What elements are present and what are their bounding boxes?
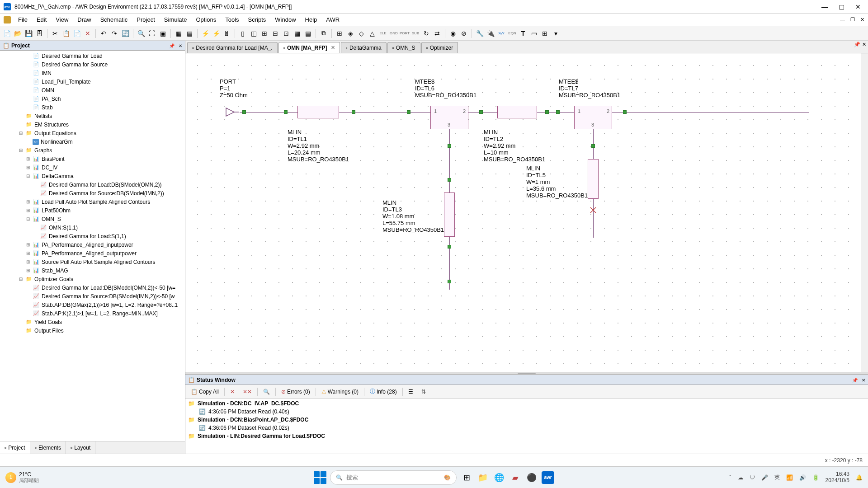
gnd-label[interactable]: GND	[389, 31, 399, 35]
sort-icon[interactable]: ⇅	[419, 387, 429, 396]
tree-item[interactable]: ⊞📊PA_Performance_Aligned_inputpower	[0, 240, 185, 249]
expander-icon[interactable]: ⊟	[25, 216, 31, 221]
refresh-icon[interactable]: 🔄	[120, 28, 130, 38]
expander-icon[interactable]: ⊞	[25, 251, 31, 256]
clear-all-icon[interactable]: ✕✕	[240, 387, 255, 396]
weather-widget[interactable]: 1 21°C 局部晴朗	[5, 472, 39, 483]
expander-icon[interactable]: ⊞	[25, 268, 31, 273]
doc-tab[interactable]: ▫OMN_S	[387, 42, 420, 53]
status-pin-icon[interactable]: 📌	[852, 378, 858, 383]
grid-icon[interactable]: ⊞	[335, 28, 344, 38]
mlin-tl1-text[interactable]: MLINID=TL1W=2.92 mmL=20.24 mmMSUB=RO_RO4…	[288, 129, 349, 163]
list-icon[interactable]: ☰	[406, 387, 416, 396]
mlin-tl3-symbol[interactable]	[444, 192, 455, 237]
port-text[interactable]: PORTP=1Z=50 Ohm	[220, 79, 248, 99]
details-icon[interactable]: 🔍	[260, 387, 273, 396]
node[interactable]	[407, 110, 410, 114]
undo-icon[interactable]: ↶	[99, 28, 108, 38]
expander-icon[interactable]: ⊞	[25, 156, 31, 161]
expander-icon[interactable]: ⊟	[18, 277, 24, 282]
volume-icon[interactable]: 🔊	[799, 474, 806, 481]
copy-icon[interactable]: 📋	[61, 28, 71, 38]
expander-icon[interactable]: ⊟	[18, 131, 24, 136]
search-input[interactable]	[346, 474, 440, 481]
clear-one-icon[interactable]: ✕	[227, 387, 237, 396]
node[interactable]	[352, 110, 355, 114]
sidebar-tab-layout[interactable]: ▫Layout	[66, 441, 95, 454]
paste-icon[interactable]: 📄	[72, 28, 82, 38]
status-log[interactable]: 📁Simulation - DCN:DC_IV.AP_DC.$FDOC🔄4:36…	[185, 399, 868, 454]
taskview-icon[interactable]: ⊞	[460, 471, 473, 484]
expander-icon[interactable]: ⊞	[25, 259, 31, 264]
mlin-tl2-symbol[interactable]	[497, 106, 537, 118]
menu-simulate[interactable]: Simulate	[160, 14, 192, 25]
acrobat-icon[interactable]: ▰	[509, 471, 522, 484]
more-icon[interactable]: ▾	[551, 28, 561, 38]
delete-icon[interactable]: ✕	[83, 28, 93, 38]
tree-item[interactable]: ⊞📊Source Pull Auto Plot Sample Aligned C…	[0, 258, 185, 266]
expander-icon[interactable]: ⊞	[25, 242, 31, 247]
save-icon[interactable]: 💾	[24, 28, 33, 38]
new-icon[interactable]: 📄	[2, 28, 12, 38]
menu-tools[interactable]: Tools	[221, 14, 243, 25]
expander-icon[interactable]: ⊟	[25, 174, 31, 178]
doc-tab[interactable]: ▫Optimizer	[421, 42, 458, 53]
clock[interactable]: 16:43 2024/10/5	[826, 471, 849, 483]
sidebar-tab-project[interactable]: ▫Project	[0, 441, 30, 454]
menu-schematic[interactable]: Schematic	[96, 14, 132, 25]
expander-icon[interactable]: ⊞	[25, 208, 31, 213]
menu-project[interactable]: Project	[132, 14, 159, 25]
obs-icon[interactable]: ⚫	[525, 471, 538, 484]
tree-item[interactable]: ⊟📊OMN_S	[0, 215, 185, 223]
scrollbar[interactable]	[861, 53, 868, 372]
win2-icon[interactable]: ◫	[249, 28, 259, 38]
tree-item[interactable]: 📄Desired Gamma for Source	[0, 60, 185, 69]
zoom-fit-icon[interactable]: ⛶	[147, 28, 157, 38]
mdi-restore[interactable]: ❐	[849, 16, 857, 23]
menu-options[interactable]: Options	[191, 14, 221, 25]
port-symbol[interactable]	[225, 105, 239, 119]
simulate2-icon[interactable]: ⚡	[211, 28, 221, 38]
schematic-canvas[interactable]: 1 2 3 1 2 3	[185, 53, 868, 372]
mlin-tl5-symbol[interactable]	[588, 159, 599, 199]
tree-item[interactable]: ⊟📁Optimizer Goals	[0, 275, 185, 283]
rotate-icon[interactable]: ↻	[421, 28, 431, 38]
project-tree[interactable]: 📄Desired Gamma for Load📄Desired Gamma fo…	[0, 51, 185, 441]
tree-item[interactable]: 📄Stab	[0, 103, 185, 112]
tree-item[interactable]: ⊞📊Load Pull Auto Plot Sample Aligned Con…	[0, 197, 185, 206]
ele-label[interactable]: ELE	[378, 31, 388, 35]
node[interactable]	[448, 245, 451, 249]
win4-icon[interactable]: ⊟	[270, 28, 280, 38]
chrome-icon[interactable]: 🌐	[493, 471, 505, 484]
log-row[interactable]: 🔄4:36:06 PM Dataset Read (0.02s)	[188, 424, 865, 432]
ime-indicator[interactable]: 英	[774, 474, 780, 481]
doc-tab[interactable]: ▫OMN [MA_RFP]✕	[278, 42, 340, 53]
awr-taskbar-icon[interactable]: awr	[542, 471, 554, 484]
start-button[interactable]	[314, 471, 326, 484]
tree-item[interactable]: 📄IMN	[0, 69, 185, 77]
explorer-icon[interactable]: 📁	[476, 471, 489, 484]
tray-chevron-icon[interactable]: ˄	[729, 474, 731, 481]
node[interactable]	[623, 110, 627, 114]
layout-icon[interactable]: ▤	[184, 28, 194, 38]
taskbar-search[interactable]: 🔍 🎨	[330, 470, 457, 485]
battery-icon[interactable]: 🔋	[812, 474, 819, 481]
node[interactable]	[591, 144, 595, 148]
win7-icon[interactable]: ▤	[303, 28, 313, 38]
menu-help[interactable]: Help	[301, 14, 322, 25]
tree-item[interactable]: ⊞📊DC_IV	[0, 163, 185, 172]
warnings-filter[interactable]: ⚠ Warnings (0)	[319, 387, 361, 396]
pin-icon[interactable]: 📌	[169, 43, 175, 48]
tree-item[interactable]: 📁Output Files	[0, 326, 185, 335]
status-close-icon[interactable]: ✕	[862, 378, 865, 383]
saveall-icon[interactable]: 🗄	[34, 28, 44, 38]
mdi-close[interactable]: ✕	[859, 16, 866, 23]
tool2-icon[interactable]: 🔌	[486, 28, 495, 38]
tree-item[interactable]: 📄OMN	[0, 86, 185, 94]
win1-icon[interactable]: ▯	[238, 28, 248, 38]
tree-item[interactable]: 📁EM Structures	[0, 120, 185, 129]
win6-icon[interactable]: ▦	[292, 28, 302, 38]
tree-item[interactable]: ⊞📊PA_Performance_Aligned_outputpower	[0, 249, 185, 258]
xoy-label[interactable]: X₀Y	[496, 31, 506, 35]
tree-item[interactable]: 📈Desired Gamma for Source:DB(SModel(IMN,…	[0, 189, 185, 197]
